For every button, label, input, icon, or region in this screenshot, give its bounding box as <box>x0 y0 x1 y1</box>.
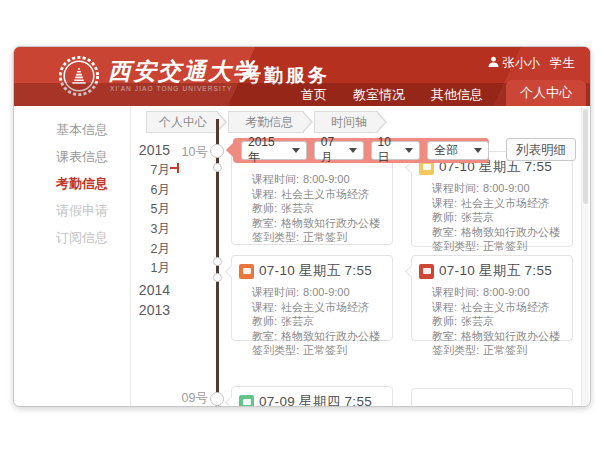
person-icon <box>488 56 499 71</box>
field-label: 签到类型: <box>252 343 299 358</box>
timeline-month-6[interactable]: 6月 <box>126 182 170 199</box>
field-label: 教师: <box>252 314 277 329</box>
user-info[interactable]: 张小小 学生 <box>488 55 576 72</box>
field-label: 课程时间: <box>432 181 479 196</box>
attendance-card: 07-09 星期四 7:55 <box>231 386 393 407</box>
timeline-year-2014[interactable]: 2014 <box>126 282 170 298</box>
field-label: 课程时间: <box>252 172 299 187</box>
caret-down-icon <box>292 148 300 153</box>
field-value: 正常签到 <box>483 239 527 254</box>
attendance-card: 07-10 星期五 7:55 课程时间:8:00-9:00 课程:社会主义市场经… <box>411 255 573 341</box>
month-select-value: 07月 <box>321 135 343 166</box>
field-label: 教师: <box>432 210 457 225</box>
attendance-type-icon <box>239 395 254 408</box>
date-filter-bar: 2015年 07月 10日 全部 <box>233 138 489 163</box>
field-label: 教室: <box>252 216 277 231</box>
attendance-type-icon <box>419 264 434 279</box>
field-label: 签到类型: <box>432 239 479 254</box>
app-header: 西安交通大学 XI'AN JIAO TONG UNIVERSITY 考勤服务 张… <box>14 47 590 106</box>
card-title: 07-10 星期五 7:55 <box>439 262 552 280</box>
field-value: 格物致知行政办公楼 <box>281 329 380 344</box>
sidebar-item-attendance-info[interactable]: 考勤信息 <box>14 170 130 197</box>
field-label: 教师: <box>432 314 457 329</box>
filter-bar-pointer <box>226 143 240 157</box>
field-value: 8:00-9:00 <box>303 172 349 187</box>
field-label: 教室: <box>252 329 277 344</box>
type-select-value: 全部 <box>434 142 458 159</box>
breadcrumb-attendance-info[interactable]: 考勤信息 <box>228 111 304 133</box>
field-label: 课程时间: <box>432 285 479 300</box>
field-value: 8:00-9:00 <box>303 285 349 300</box>
field-label: 教室: <box>432 329 457 344</box>
field-value: 格物致知行政办公楼 <box>461 329 560 344</box>
field-value: 8:00-9:00 <box>483 285 529 300</box>
field-label: 签到类型: <box>432 343 479 358</box>
attendance-card: 07-10 星期五 7:55 课程时间:8:00-9:00 课程:社会主义市场经… <box>231 255 393 341</box>
nav-item-other-info[interactable]: 其他信息 <box>431 83 483 106</box>
field-value: 正常签到 <box>483 343 527 358</box>
field-label: 签到类型: <box>252 230 299 245</box>
day-select[interactable]: 10日 <box>371 141 421 160</box>
timeline-node <box>213 163 222 172</box>
breadcrumb-timeline[interactable]: 时间轴 <box>314 111 378 133</box>
selected-month-cursor <box>177 163 179 173</box>
sidebar-item-subscription-info[interactable]: 订阅信息 <box>14 224 130 251</box>
timeline-year-2015[interactable]: 2015 <box>126 142 170 158</box>
timeline-node-day09 <box>210 392 224 406</box>
app-window: 西安交通大学 XI'AN JIAO TONG UNIVERSITY 考勤服务 张… <box>13 46 591 407</box>
field-value: 张芸京 <box>461 314 494 329</box>
year-select[interactable]: 2015年 <box>241 141 307 160</box>
breadcrumb: 个人中心 考勤信息 时间轴 <box>146 111 388 133</box>
field-value: 社会主义市场经济 <box>281 187 369 202</box>
caret-down-icon <box>474 148 482 153</box>
selected-month-cursor-tick <box>170 167 177 169</box>
field-value: 正常签到 <box>303 343 347 358</box>
field-label: 课程: <box>432 300 457 315</box>
field-value: 张芸京 <box>281 201 314 216</box>
caret-down-icon <box>349 148 357 153</box>
timeline-month-3[interactable]: 3月 <box>126 221 170 238</box>
field-value: 张芸京 <box>281 314 314 329</box>
caret-down-icon <box>405 148 413 153</box>
scrollbar[interactable] <box>581 107 589 405</box>
card-title: 07-10 星期五 7:55 <box>259 262 372 280</box>
sidebar-item-schedule-info[interactable]: 课表信息 <box>14 143 130 170</box>
timeline-year-2013[interactable]: 2013 <box>126 302 170 318</box>
card-title: 07-09 星期四 7:55 <box>259 393 372 407</box>
field-value: 张芸京 <box>461 210 494 225</box>
timeline-month-7-selected[interactable]: 7月 <box>126 162 170 179</box>
user-role: 学生 <box>550 55 575 72</box>
field-label: 课程: <box>252 300 277 315</box>
field-value: 格物致知行政办公楼 <box>461 225 560 240</box>
timeline-month-1[interactable]: 1月 <box>126 260 170 277</box>
field-value: 8:00-9:00 <box>483 181 529 196</box>
user-name: 张小小 <box>503 55 541 72</box>
sidebar-item-leave-request[interactable]: 请假申请 <box>14 197 130 224</box>
field-label: 课程时间: <box>252 285 299 300</box>
field-label: 课程: <box>432 196 457 211</box>
field-value: 正常签到 <box>303 230 347 245</box>
breadcrumb-personal-center[interactable]: 个人中心 <box>146 111 218 133</box>
attendance-card-clipped <box>411 388 573 407</box>
nav-item-classrooms[interactable]: 教室情况 <box>353 83 405 106</box>
sidebar-item-basic-info[interactable]: 基本信息 <box>14 116 130 143</box>
month-select[interactable]: 07月 <box>314 141 364 160</box>
nav-item-personal-center-active[interactable]: 个人中心 <box>506 80 586 106</box>
year-select-value: 2015年 <box>248 135 286 166</box>
day-select-value: 10日 <box>378 135 400 166</box>
timeline-node <box>213 273 222 282</box>
timeline-month-2[interactable]: 2月 <box>126 241 170 258</box>
day-marker-09: 09号 <box>172 390 208 407</box>
field-value: 社会主义市场经济 <box>461 196 549 211</box>
day-marker-10: 10号 <box>172 144 208 161</box>
field-value: 格物致知行政办公楼 <box>281 216 380 231</box>
field-label: 课程: <box>252 187 277 202</box>
type-select[interactable]: 全部 <box>427 141 489 160</box>
attendance-card: 07-10 星期五 7:55 课程时间:8:00-9:00 课程:社会主义市场经… <box>411 151 573 247</box>
field-value: 社会主义市场经济 <box>461 300 549 315</box>
nav-item-home[interactable]: 首页 <box>301 83 327 106</box>
timeline-node <box>213 257 222 266</box>
scrollbar-thumb[interactable] <box>583 109 588 204</box>
list-detail-button[interactable]: 列表明细 <box>506 138 576 161</box>
timeline-month-5[interactable]: 5月 <box>126 201 170 218</box>
